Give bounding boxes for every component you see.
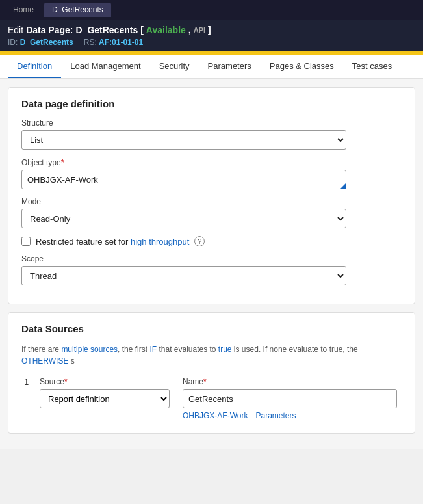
source-cell: Source* Report definition Data Transform… [37, 375, 180, 423]
data-page-definition-section: Data page definition Structure List Sing… [8, 87, 415, 304]
corner-indicator [340, 183, 346, 189]
rs-label: RS: [84, 38, 97, 47]
source-required: * [64, 377, 68, 386]
structure-select[interactable]: List Single Multiple [21, 130, 346, 150]
sublink-parameters[interactable]: Parameters [255, 411, 296, 420]
keyword-multiple: multiple sources [61, 345, 118, 354]
data-sources-info: If there are multiple sources, the first… [21, 343, 402, 367]
source-col-label: Source* [40, 377, 177, 386]
name-required: * [203, 377, 207, 386]
high-throughput-text: high throughput [131, 237, 189, 246]
page-name: D_GetRecents [75, 25, 138, 35]
name-input[interactable] [183, 389, 397, 408]
help-icon[interactable]: ? [194, 236, 205, 246]
top-nav-bar: Home D_GetRecents [0, 0, 423, 20]
nav-tab-home[interactable]: Home [5, 3, 42, 17]
structure-label: Structure [21, 118, 402, 127]
mode-label: Mode [21, 197, 402, 206]
structure-field: Structure List Single Multiple [21, 118, 402, 150]
sub-links: OHBJGX-AF-Work Parameters [183, 411, 399, 420]
nav-tab-active[interactable]: D_GetRecents [44, 3, 111, 17]
scope-field: Scope Thread Requestor Node [21, 254, 402, 285]
api-badge: API [194, 26, 205, 34]
id-label: ID: [8, 38, 18, 47]
tab-definition[interactable]: Definition [8, 55, 61, 79]
object-type-field: Object type* [21, 157, 402, 189]
keyword-otherwise: OTHERWISE [21, 356, 68, 365]
row-number: 1 [21, 375, 37, 423]
status-badge: Available [146, 25, 186, 35]
table-row: 1 Source* Report definition Data Transfo… [21, 375, 402, 423]
tab-test-cases[interactable]: Test cases [343, 55, 401, 79]
object-type-required: * [61, 157, 64, 167]
page-header: Edit Data Page: D_GetRecents [Available,… [0, 20, 423, 51]
edit-label: Edit [8, 25, 23, 35]
tab-bar: Definition Load Management Security Para… [0, 55, 423, 79]
tab-parameters[interactable]: Parameters [199, 55, 261, 79]
name-cell: Name* OHBJGX-AF-Work Parameters [180, 375, 402, 423]
sublink-class[interactable]: OHBJGX-AF-Work [183, 411, 248, 420]
restricted-feature-row: Restricted feature set for high throughp… [21, 236, 402, 246]
restricted-feature-checkbox[interactable] [21, 237, 31, 246]
data-sources-section: Data Sources If there are multiple sourc… [8, 312, 415, 434]
scope-select[interactable]: Thread Requestor Node [21, 266, 346, 285]
sources-table: 1 Source* Report definition Data Transfo… [21, 375, 402, 423]
object-type-input[interactable] [21, 170, 346, 189]
tab-security[interactable]: Security [150, 55, 199, 79]
mode-field: Mode Read-Only Editable Savable [21, 197, 402, 228]
tab-pages-classes[interactable]: Pages & Classes [261, 55, 343, 79]
tab-load-management[interactable]: Load Management [61, 55, 149, 79]
object-type-label: Object type* [21, 157, 402, 167]
page-type-label: Data Page: [26, 25, 73, 35]
object-type-wrapper [21, 170, 346, 189]
source-select[interactable]: Report definition Data Transform Activit… [40, 389, 170, 408]
keyword-if: IF [149, 345, 157, 354]
rs-value: AF:01-01-01 [99, 38, 143, 47]
main-content: Data page definition Structure List Sing… [0, 79, 423, 449]
section-title-sources: Data Sources [21, 323, 402, 334]
id-value: D_GetRecents [20, 38, 73, 47]
keyword-true: true [218, 345, 232, 354]
mode-select[interactable]: Read-Only Editable Savable [21, 209, 346, 228]
name-col-label: Name* [183, 377, 399, 386]
section-title-definition: Data page definition [21, 98, 402, 109]
scope-label: Scope [21, 254, 402, 263]
restricted-feature-label: Restricted feature set for high throughp… [36, 237, 189, 246]
